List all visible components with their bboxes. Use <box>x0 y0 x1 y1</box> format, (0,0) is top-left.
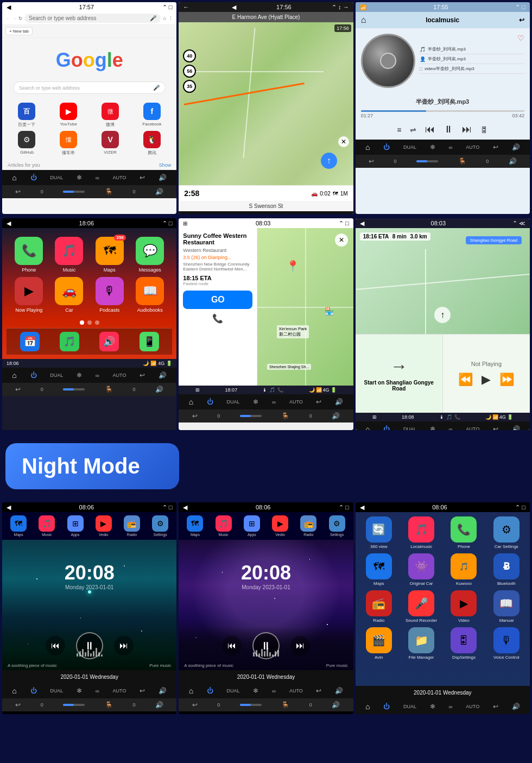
dot-1[interactable] <box>80 320 84 325</box>
app-radio-grid[interactable]: 📻 Radio <box>360 590 398 623</box>
app-music[interactable]: 🎵 Music <box>51 237 87 273</box>
vol-r-p5[interactable]: 🔊 <box>332 412 340 420</box>
slider-p4[interactable] <box>63 388 85 390</box>
browser-search[interactable]: Search or type web address 🎤 <box>13 81 166 94</box>
dot-2[interactable] <box>87 320 92 325</box>
home-p4[interactable]: ⌂ <box>12 371 16 380</box>
home-btn[interactable]: ⌂ <box>12 173 16 182</box>
splitnav-map[interactable]: Shangliao Gongye Road 18:16 ETA 8 min 3.… <box>356 228 530 334</box>
power-p7[interactable]: ⏻ <box>30 687 37 695</box>
slider-p7[interactable] <box>63 704 85 706</box>
phone-icon[interactable]: 📞 <box>183 313 252 324</box>
back-p5[interactable]: ↩ <box>316 398 321 406</box>
app-nowplaying[interactable]: ▶ Now Playing <box>11 277 47 313</box>
dock-2[interactable]: 🎵 <box>60 332 79 351</box>
power-btn[interactable]: ⏻ <box>30 174 37 181</box>
back-p6-ctrl[interactable]: ↩ <box>493 425 498 430</box>
back-ctrl-p4[interactable]: ↩ <box>140 371 145 379</box>
slider-p5[interactable] <box>240 415 262 417</box>
vol-icon[interactable]: 🔊 <box>159 174 167 181</box>
dock-4[interactable]: 📱 <box>140 332 159 351</box>
dock-1[interactable]: 📅 <box>20 332 40 351</box>
shortcut-facebook[interactable]: f Facebook <box>132 103 171 128</box>
left-p4[interactable]: ↩ <box>15 386 21 393</box>
carnav-map[interactable]: ✕ 📍 🏪 Xin'ercun Park新二村公园 Shenzhen Shaji… <box>257 228 353 386</box>
app-maps-grid[interactable]: 🗺 Maps <box>360 553 398 586</box>
vol-r-p8[interactable]: 🔊 <box>332 701 340 709</box>
app-soundrec[interactable]: 🎤 Sound Recorder <box>402 590 440 623</box>
back-p4[interactable]: ◀ <box>7 220 11 227</box>
vol-p5[interactable]: 🔊 <box>335 398 343 406</box>
app-dspsettings[interactable]: 🎛 DspSettings <box>445 627 483 660</box>
shortcut-music-p7[interactable]: 🎵 Music <box>39 515 55 537</box>
app-360view[interactable]: 🔄 360 view <box>360 516 398 549</box>
power-p5[interactable]: ⏻ <box>207 398 213 406</box>
app-voicecontrol[interactable]: 🎙 Voice Control <box>487 627 525 660</box>
app-car[interactable]: 🚗 Car <box>51 277 87 313</box>
app-filemanager[interactable]: 📁 File Manager <box>402 627 440 660</box>
shortcut-vedio-p8[interactable]: ▶ Vedio <box>272 515 288 537</box>
shortcut-github[interactable]: ⚙ GitHub <box>8 131 46 156</box>
shortcut-radio-p8[interactable]: 📻 Radio <box>300 515 316 537</box>
playlist-btn[interactable]: ≡ <box>397 125 401 134</box>
shortcut-apps-p7[interactable]: ⊞ Apps <box>67 515 84 537</box>
app-localmusic[interactable]: 🎵 Localmusic <box>402 516 440 549</box>
shortcut-maps-p7[interactable]: 🗺 Maps <box>10 515 27 537</box>
shortcut-youtube[interactable]: ▶ YouTube <box>49 103 88 128</box>
back-music[interactable]: ↩ <box>519 16 524 24</box>
app-podcasts[interactable]: 🎙 Podcasts <box>92 277 128 313</box>
power-p9[interactable]: ⏻ <box>383 703 390 710</box>
slider-p8[interactable] <box>240 704 262 706</box>
home-p6[interactable]: ⌂ <box>365 425 370 430</box>
vol-p3[interactable]: 🔊 <box>512 143 520 151</box>
app-phone-grid[interactable]: 📞 Phone <box>445 516 483 549</box>
home-p8[interactable]: ⌂ <box>189 686 193 695</box>
menu-icon[interactable]: ⋮ <box>168 16 173 21</box>
bookmark-icon[interactable]: ☆ <box>162 16 167 21</box>
home-p7[interactable]: ⌂ <box>12 686 16 695</box>
back-p9[interactable]: ◀ <box>360 504 364 511</box>
vol-p7[interactable]: 🔊 <box>159 687 167 695</box>
next-dark-p8[interactable]: ⏭ <box>290 636 310 655</box>
prev-dark-p8[interactable]: ⏮ <box>222 636 242 655</box>
shortcut-apps-p8[interactable]: ⊞ Apps <box>244 515 260 537</box>
shortcut-settings-p8[interactable]: ⚙ Settings <box>329 515 345 537</box>
music-progress[interactable] <box>361 110 524 112</box>
app-carsettings[interactable]: ⚙ Car Settings <box>487 516 525 549</box>
app-phone[interactable]: 📞 Phone <box>11 237 47 273</box>
back-p3[interactable]: ↩ <box>493 143 498 151</box>
back-p8-ctrl[interactable]: ↩ <box>316 687 321 695</box>
close-carnav[interactable]: ✕ <box>335 234 348 247</box>
url-bar[interactable]: Search or type web address 🎤 <box>24 14 161 23</box>
vol-btn[interactable]: 🔊 <box>155 188 163 196</box>
show-label[interactable]: Show <box>159 162 172 168</box>
next-mini[interactable]: ⏩ <box>499 373 514 387</box>
back-icon-p2[interactable]: ← <box>183 4 189 10</box>
dot-3[interactable] <box>95 320 99 325</box>
back-p8[interactable]: ◀ <box>183 504 187 511</box>
shortcut-maps-p8[interactable]: 🗺 Maps <box>187 515 203 537</box>
forward-nav[interactable]: → <box>12 16 17 21</box>
prev-dark-p7[interactable]: ⏮ <box>46 636 65 655</box>
next-dark-p7[interactable]: ⏭ <box>114 636 134 655</box>
track-2[interactable]: 👤 半壶纱_刘珂矣.mp3 <box>420 54 524 64</box>
back-icon-p2b[interactable]: ◀ <box>232 4 236 11</box>
left-p7[interactable]: ↩ <box>15 701 21 709</box>
home-p9[interactable]: ⌂ <box>365 702 370 711</box>
power-p8[interactable]: ⏻ <box>207 687 213 695</box>
shortcut-music-p8[interactable]: 🎵 Music <box>216 515 232 537</box>
vol-r-p3[interactable]: 🔊 <box>509 157 517 165</box>
vol-r-p4[interactable]: 🔊 <box>155 386 163 393</box>
app-maps[interactable]: 🗺259 Maps <box>92 237 128 273</box>
prev-mini[interactable]: ⏪ <box>458 373 473 387</box>
back-p7-ctrl[interactable]: ↩ <box>140 687 145 695</box>
prev-btn[interactable]: ⏮ <box>425 124 435 135</box>
left-p8[interactable]: ↩ <box>192 701 198 709</box>
go-button[interactable]: GO <box>183 291 252 309</box>
eq-btn[interactable]: 🎛 <box>480 125 488 134</box>
track-1[interactable]: 🎵 半壶纱_刘珂矣.mp3 <box>420 45 524 54</box>
home-p3[interactable]: ⌂ <box>365 143 370 152</box>
pause-btn[interactable]: ⏸ <box>444 124 453 135</box>
app-bluetooth[interactable]: Ƀ Bluetooth <box>487 553 525 586</box>
left-icon[interactable]: ↩ <box>15 188 21 196</box>
